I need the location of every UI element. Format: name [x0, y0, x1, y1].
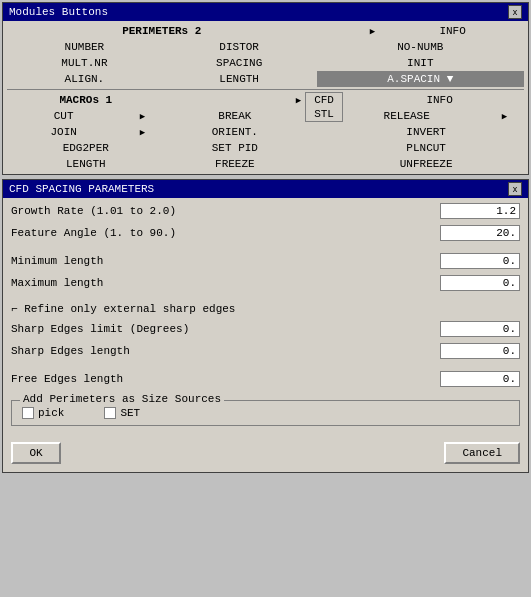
add-perimeters-group: Add Perimeters as Size Sources pick SET [11, 400, 520, 426]
cfd-stl-dropdown[interactable]: CFD STL [305, 92, 343, 122]
min-length-input[interactable] [440, 253, 520, 269]
stl-option[interactable]: STL [306, 107, 342, 121]
modules-close-button[interactable]: x [508, 5, 522, 19]
refine-label: ⌐ Refine only external sharp edges [11, 303, 235, 315]
macro-empty3 [305, 140, 328, 156]
modules-title-text: Modules Buttons [9, 6, 108, 18]
sharp-edges-limit-label: Sharp Edges limit (Degrees) [11, 323, 440, 335]
add-perimeters-title: Add Perimeters as Size Sources [20, 393, 224, 405]
macros-table: MACROs 1 ▶ CFD STL INFO CUT ▶ BREAK RELE… [7, 92, 524, 172]
feature-angle-label: Feature Angle (1. to 90.) [11, 227, 440, 239]
cfd-content: Growth Rate (1.01 to 2.0) Feature Angle … [3, 198, 528, 472]
pick-checkbox-label[interactable]: pick [22, 407, 64, 419]
perim-multnr[interactable]: MULT.NR [7, 55, 162, 71]
growth-rate-input[interactable] [440, 203, 520, 219]
perim-aspacin[interactable]: A.SPACIN ▼ [317, 71, 524, 87]
sharp-edges-length-row: Sharp Edges length [3, 340, 528, 362]
macro-unfreeze[interactable]: UNFREEZE [328, 156, 524, 172]
macro-invert[interactable]: INVERT [328, 124, 524, 140]
growth-rate-label: Growth Rate (1.01 to 2.0) [11, 205, 440, 217]
macro-join[interactable]: JOIN [7, 124, 120, 140]
perim-distor[interactable]: DISTOR [162, 39, 317, 55]
macro-release[interactable]: RELEASE [328, 108, 485, 124]
perimeters-arrow[interactable]: ▶ [317, 23, 382, 39]
macro-empty2 [305, 124, 328, 140]
perimeters-header-label: PERIMETERs 2 [7, 23, 317, 39]
perimeters-info-btn[interactable]: INFO [381, 23, 524, 39]
sharp-edges-length-input[interactable] [440, 343, 520, 359]
perim-no-numb[interactable]: NO-NUMB [317, 39, 524, 55]
perimeters-checkboxes-row: pick SET [18, 405, 513, 421]
cfd-close-button[interactable]: x [508, 182, 522, 196]
refine-row: ⌐ Refine only external sharp edges [3, 300, 528, 318]
perimeters-table: PERIMETERs 2 ▶ INFO NUMBER DISTOR NO-NUM… [7, 23, 524, 87]
pick-checkbox[interactable] [22, 407, 34, 419]
min-length-label: Minimum length [11, 255, 440, 267]
pick-label: pick [38, 407, 64, 419]
modules-buttons-window: Modules Buttons x PERIMETERs 2 ▶ INFO NU… [2, 2, 529, 175]
set-checkbox[interactable] [104, 407, 116, 419]
macro-freeze[interactable]: FREEZE [165, 156, 306, 172]
sharp-edges-length-label: Sharp Edges length [11, 345, 440, 357]
macro-setpid[interactable]: SET PID [165, 140, 306, 156]
macros-section: MACROs 1 ▶ CFD STL INFO CUT ▶ BREAK RELE… [3, 90, 528, 174]
macro-orient[interactable]: ORIENT. [165, 124, 306, 140]
macro-edg2per[interactable]: EDG2PER [7, 140, 165, 156]
macro-cut[interactable]: CUT [7, 108, 120, 124]
max-length-input[interactable] [440, 275, 520, 291]
growth-rate-row: Growth Rate (1.01 to 2.0) [3, 200, 528, 222]
perim-spacing[interactable]: SPACING [162, 55, 317, 71]
cfd-title-bar: CFD SPACING PARAMETERS x [3, 180, 528, 198]
ok-button[interactable]: OK [11, 442, 61, 464]
feature-angle-input[interactable] [440, 225, 520, 241]
modules-title-bar: Modules Buttons x [3, 3, 528, 21]
feature-angle-row: Feature Angle (1. to 90.) [3, 222, 528, 244]
macros-arrow[interactable]: ▶ [165, 92, 306, 108]
macro-join-arrow[interactable]: ▶ [120, 124, 164, 140]
macro-length[interactable]: LENGTH [7, 156, 165, 172]
max-length-label: Maximum length [11, 277, 440, 289]
free-edges-input[interactable] [440, 371, 520, 387]
macro-break[interactable]: BREAK [165, 108, 306, 124]
perim-init[interactable]: INIT [317, 55, 524, 71]
cfd-title-text: CFD SPACING PARAMETERS [9, 183, 154, 195]
cancel-button[interactable]: Cancel [444, 442, 520, 464]
free-edges-label: Free Edges length [11, 373, 440, 385]
sharp-edges-limit-input[interactable] [440, 321, 520, 337]
min-length-row: Minimum length [3, 250, 528, 272]
perim-length[interactable]: LENGTH [162, 71, 317, 87]
sharp-edges-limit-row: Sharp Edges limit (Degrees) [3, 318, 528, 340]
macros-info-btn[interactable]: INFO [376, 94, 452, 106]
perimeters-section: PERIMETERs 2 ▶ INFO NUMBER DISTOR NO-NUM… [3, 21, 528, 89]
macro-plncut[interactable]: PLNCUT [328, 140, 524, 156]
bottom-buttons-row: OK Cancel [3, 436, 528, 470]
macro-release-arrow[interactable]: ▶ [485, 108, 524, 124]
set-checkbox-label[interactable]: SET [104, 407, 140, 419]
macro-empty4 [305, 156, 328, 172]
max-length-row: Maximum length [3, 272, 528, 294]
cfd-spacing-window: CFD SPACING PARAMETERS x Growth Rate (1.… [2, 179, 529, 473]
cfd-option[interactable]: CFD [306, 93, 342, 107]
perim-align[interactable]: ALIGN. [7, 71, 162, 87]
macros-header-label: MACROs 1 [7, 92, 165, 108]
free-edges-row: Free Edges length [3, 368, 528, 390]
macro-cut-arrow[interactable]: ▶ [120, 108, 164, 124]
perim-number[interactable]: NUMBER [7, 39, 162, 55]
set-label: SET [120, 407, 140, 419]
